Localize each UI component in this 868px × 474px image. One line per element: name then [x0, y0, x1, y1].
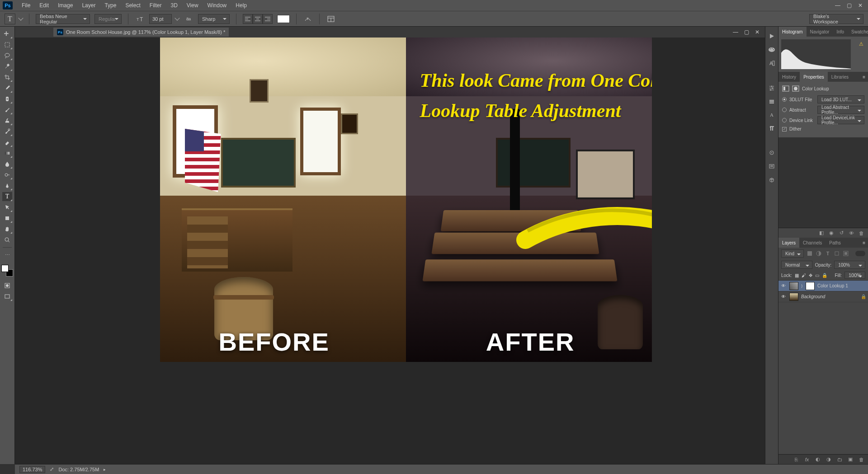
lock-position-button[interactable]: ✥ — [809, 273, 812, 278]
tab-paths[interactable]: Paths — [826, 238, 844, 248]
path-selection-tool[interactable] — [2, 203, 12, 212]
healing-brush-tool[interactable] — [2, 94, 12, 103]
adjustment-layer-button[interactable]: ◑ — [826, 456, 832, 463]
menu-view[interactable]: View — [182, 2, 203, 9]
shape-tool[interactable] — [2, 214, 12, 223]
filter-toggle[interactable] — [855, 251, 865, 256]
warp-text-button[interactable]: T — [303, 14, 313, 24]
layers-collapsed-icon[interactable] — [768, 97, 776, 105]
adjustment-thumb[interactable] — [789, 282, 798, 290]
font-size-input[interactable] — [149, 14, 172, 24]
tab-histogram[interactable]: Histogram — [778, 27, 807, 37]
color-wells[interactable] — [1, 265, 13, 277]
paragraph-icon[interactable] — [768, 124, 776, 132]
menu-type[interactable]: Type — [100, 2, 121, 9]
lut-dropdown[interactable]: Load 3D LUT... — [817, 95, 864, 103]
delete-adjustment-button[interactable]: 🗑 — [858, 230, 864, 236]
window-minimize-button[interactable]: — — [835, 2, 840, 9]
doc-size-info[interactable]: Doc: 2.75M/2.75M — [58, 467, 99, 472]
expand-status-icon[interactable]: ⤢ — [50, 466, 54, 472]
filter-type-icon[interactable]: T — [825, 250, 831, 257]
marquee-tool[interactable] — [2, 40, 12, 49]
cache-warning-icon[interactable]: ⚠ — [859, 41, 863, 47]
abstract-dropdown[interactable]: Load Abstract Profile... — [817, 106, 864, 114]
background-lock-icon[interactable]: 🔒 — [861, 294, 866, 299]
menu-help[interactable]: Help — [231, 2, 251, 9]
brush-tool[interactable] — [2, 105, 12, 114]
menu-select[interactable]: Select — [121, 2, 145, 9]
history-brush-tool[interactable] — [2, 127, 12, 136]
clone-stamp-tool[interactable] — [2, 116, 12, 125]
brushes-icon[interactable] — [768, 149, 776, 157]
opacity-input[interactable]: 100% — [834, 261, 865, 269]
viewport[interactable]: BEFORE AFTER This look Came from One Col… — [15, 38, 765, 464]
layer-group-button[interactable]: 🗀 — [836, 456, 843, 463]
layer-filter-kind-dropdown[interactable]: Kind — [781, 249, 804, 258]
lock-artboard-button[interactable]: ▭ — [815, 273, 819, 278]
type-tool[interactable]: T — [2, 192, 12, 201]
adjustments-icon[interactable] — [768, 84, 776, 92]
tab-libraries[interactable]: Libraries — [828, 72, 852, 82]
quick-mask-button[interactable] — [2, 281, 12, 290]
menu-layer[interactable]: Layer — [77, 2, 100, 9]
doc-maximize-button[interactable]: ▢ — [743, 29, 750, 35]
window-close-button[interactable]: ✕ — [858, 2, 863, 9]
menu-file[interactable]: File — [17, 2, 35, 9]
pen-tool[interactable] — [2, 181, 12, 190]
blend-mode-dropdown[interactable]: Normal — [781, 261, 812, 269]
layer-background[interactable]: 👁 Background 🔒 — [778, 291, 868, 302]
menu-filter[interactable]: Filter — [145, 2, 166, 9]
character-icon[interactable]: A — [768, 59, 776, 67]
clip-to-layer-button[interactable]: ◧ — [818, 230, 825, 236]
tool-preset-picker[interactable] — [18, 15, 23, 20]
type-panel-icon[interactable]: A — [768, 111, 776, 119]
devicelink-dropdown[interactable]: Load DeviceLink Profile... — [817, 116, 864, 124]
lock-pixels-button[interactable]: 🖌 — [802, 273, 806, 278]
antialias-dropdown[interactable]: Sharp — [198, 14, 230, 24]
menu-image[interactable]: Image — [53, 2, 77, 9]
tab-info[interactable]: Info — [833, 27, 848, 37]
new-layer-button[interactable]: ▣ — [847, 456, 854, 463]
tab-navigator[interactable]: Navigator — [807, 27, 833, 37]
dodge-tool[interactable] — [2, 170, 12, 179]
zoom-tool[interactable] — [2, 235, 12, 244]
view-previous-button[interactable]: ◉ — [828, 230, 835, 236]
layer-mask-thumb[interactable] — [806, 282, 815, 290]
mask-icon[interactable] — [792, 85, 799, 92]
layer-name[interactable]: Background — [801, 294, 825, 299]
tab-layers[interactable]: Layers — [778, 238, 799, 248]
workspace-dropdown[interactable]: Blake's Workspace — [809, 14, 863, 24]
toggle-visibility-button[interactable]: 👁 — [848, 230, 854, 236]
edit-toolbar-button[interactable]: ⋯ — [2, 250, 12, 259]
fill-input[interactable]: 100% — [844, 272, 865, 279]
hand-tool[interactable] — [2, 225, 12, 234]
filter-adjustment-icon[interactable] — [816, 250, 822, 257]
palette-icon[interactable] — [768, 46, 776, 54]
gradient-tool[interactable] — [2, 149, 12, 158]
lock-transparency-button[interactable]: ▦ — [795, 273, 799, 278]
tab-history[interactable]: History — [778, 72, 800, 82]
lock-all-button[interactable]: 🔒 — [822, 273, 827, 278]
filter-pixel-icon[interactable] — [807, 250, 813, 257]
delete-layer-button[interactable]: 🗑 — [858, 456, 864, 463]
crop-tool[interactable] — [2, 73, 12, 82]
filter-smart-icon[interactable] — [843, 250, 849, 257]
document-tab[interactable]: Ps One Room School House.jpg @ 117% (Col… — [53, 28, 229, 37]
tab-swatches[interactable]: Swatches — [848, 27, 868, 37]
zoom-percentage[interactable]: 116.73% — [19, 466, 45, 473]
menu-window[interactable]: Window — [203, 2, 231, 9]
layer-thumb[interactable] — [789, 293, 798, 301]
abstract-radio[interactable] — [782, 108, 787, 112]
link-layers-button[interactable]: ⎘ — [793, 456, 799, 463]
align-left-button[interactable] — [243, 14, 253, 24]
play-icon[interactable] — [768, 32, 776, 40]
font-size-dropdown-arrow[interactable] — [175, 15, 179, 20]
3d-icon[interactable] — [768, 176, 776, 184]
align-center-button[interactable] — [253, 14, 263, 24]
layer-visibility-toggle[interactable]: 👁 — [780, 283, 787, 288]
menu-3d[interactable]: 3D — [166, 2, 182, 9]
doc-minimize-button[interactable]: — — [732, 29, 739, 35]
lasso-tool[interactable] — [2, 51, 12, 60]
move-tool[interactable] — [2, 29, 12, 38]
screen-mode-button[interactable] — [2, 292, 12, 301]
